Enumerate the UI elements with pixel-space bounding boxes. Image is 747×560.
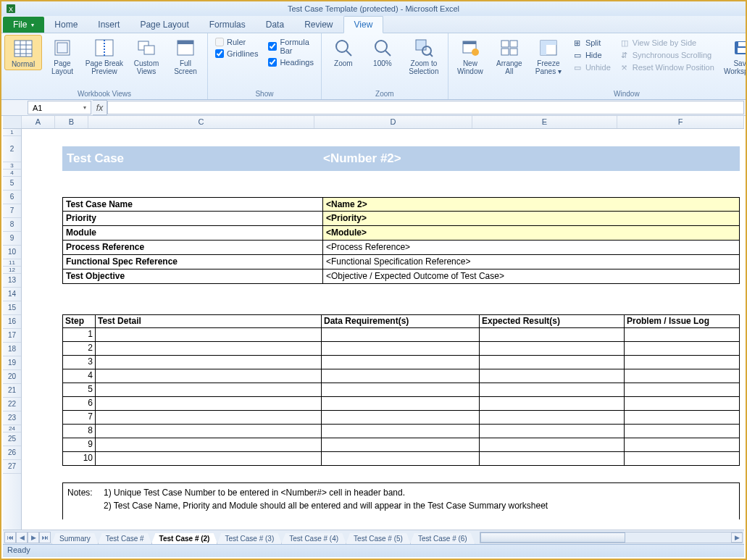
row-header[interactable]: 15 (3, 301, 21, 315)
row-header[interactable]: 22 (3, 398, 21, 411)
page-layout-button[interactable]: Page Layout (43, 35, 81, 77)
formula-bar-checkbox[interactable]: Formula Bar (268, 38, 313, 55)
tab-home[interactable]: Home (44, 17, 88, 33)
step-expected-cell[interactable] (480, 383, 625, 397)
tab-formulas[interactable]: Formulas (199, 17, 256, 33)
arrange-all-button[interactable]: Arrange All (491, 35, 528, 77)
step-detail-cell[interactable] (96, 438, 322, 452)
step-expected-cell[interactable] (480, 342, 625, 356)
step-data-cell[interactable] (322, 369, 480, 383)
split-button[interactable]: ⊞Split (570, 37, 613, 49)
scroll-right-button[interactable]: ▶ (731, 532, 743, 543)
step-problem-cell[interactable] (625, 383, 740, 397)
step-num[interactable]: 2 (62, 342, 96, 356)
new-window-button[interactable]: New Window (451, 35, 489, 77)
step-data-cell[interactable] (322, 411, 480, 425)
row-header[interactable]: 1 (3, 129, 21, 136)
info-value[interactable]: <Priority> (323, 212, 740, 226)
row-header[interactable]: 18 (3, 343, 21, 356)
row-header[interactable]: 7 (3, 204, 21, 218)
col-header[interactable]: F (617, 116, 744, 128)
row-header[interactable]: 9 (3, 232, 21, 246)
row-header[interactable]: 24 (3, 425, 21, 432)
col-header[interactable]: C (88, 116, 314, 128)
hide-button[interactable]: ▭Hide (570, 49, 613, 61)
sheet-tab[interactable]: Summary (51, 533, 99, 545)
step-num[interactable]: 1 (62, 328, 96, 342)
zoom-button[interactable]: Zoom (325, 35, 362, 69)
row-header[interactable]: 26 (3, 446, 21, 460)
headings-checkbox[interactable]: Headings (268, 58, 313, 67)
custom-views-button[interactable]: Custom Views (128, 35, 165, 77)
row-header[interactable]: 12 (3, 267, 21, 274)
step-num[interactable]: 6 (62, 397, 96, 411)
formula-input[interactable] (107, 101, 744, 114)
tab-insert[interactable]: Insert (88, 17, 130, 33)
name-box[interactable]: A1▾ (28, 101, 91, 114)
step-problem-cell[interactable] (625, 452, 740, 466)
row-header[interactable]: 21 (3, 384, 21, 398)
step-detail-cell[interactable] (96, 342, 322, 356)
info-value[interactable]: <Name 2> (323, 197, 740, 212)
step-data-cell[interactable] (322, 438, 480, 452)
step-problem-cell[interactable] (625, 397, 740, 411)
step-detail-cell[interactable] (96, 356, 322, 369)
row-header[interactable]: 17 (3, 329, 21, 343)
info-value[interactable]: <Objective / Expected Outcome of Test Ca… (323, 269, 740, 284)
tab-nav-first[interactable]: ⏮ (4, 532, 16, 543)
step-problem-cell[interactable] (625, 411, 740, 425)
tab-view[interactable]: View (343, 16, 384, 33)
row-header[interactable]: 5 (3, 177, 21, 191)
tab-nav-last[interactable]: ⏭ (39, 532, 51, 543)
step-num[interactable]: 4 (62, 369, 96, 383)
full-screen-button[interactable]: Full Screen (167, 35, 204, 77)
step-num[interactable]: 8 (62, 425, 96, 438)
tab-review[interactable]: Review (294, 17, 343, 33)
col-header[interactable]: E (472, 116, 617, 128)
step-data-cell[interactable] (322, 356, 480, 369)
sheet-tab[interactable]: Test Case # (98, 533, 152, 545)
step-num[interactable]: 5 (62, 383, 96, 397)
tab-nav-next[interactable]: ▶ (28, 532, 39, 543)
step-detail-cell[interactable] (96, 425, 322, 438)
step-data-cell[interactable] (322, 383, 480, 397)
tab-file[interactable]: File▾ (3, 17, 44, 33)
zoom-to-selection-button[interactable]: Zoom to Selection (403, 35, 445, 77)
step-problem-cell[interactable] (625, 369, 740, 383)
step-detail-cell[interactable] (96, 411, 322, 425)
ruler-checkbox[interactable]: Ruler (215, 38, 258, 46)
step-expected-cell[interactable] (480, 411, 625, 425)
row-header[interactable]: 14 (3, 288, 21, 301)
step-data-cell[interactable] (322, 328, 480, 342)
info-value[interactable]: <Module> (323, 226, 740, 241)
scroll-thumb[interactable] (480, 532, 625, 543)
step-problem-cell[interactable] (625, 438, 740, 452)
step-num[interactable]: 9 (62, 438, 96, 452)
gridlines-checkbox[interactable]: Gridlines (215, 49, 258, 58)
zoom-100-button[interactable]: 100% (364, 35, 401, 69)
step-detail-cell[interactable] (96, 328, 322, 342)
step-expected-cell[interactable] (480, 369, 625, 383)
step-detail-cell[interactable] (96, 452, 322, 466)
info-value[interactable]: <Functional Specification Reference> (323, 255, 740, 269)
row-header[interactable]: 10 (3, 246, 21, 259)
step-detail-cell[interactable] (96, 397, 322, 411)
row-header[interactable]: 3 (3, 162, 21, 170)
normal-view-button[interactable]: Normal (4, 35, 42, 70)
step-expected-cell[interactable] (480, 328, 625, 342)
info-value[interactable]: <Process Reference> (323, 241, 740, 255)
row-header[interactable]: 20 (3, 370, 21, 384)
page-break-preview-button[interactable]: Page Break Preview (83, 35, 126, 77)
tab-nav-prev[interactable]: ◀ (16, 532, 28, 543)
freeze-panes-button[interactable]: Freeze Panes ▾ (530, 35, 567, 77)
row-header[interactable]: 13 (3, 274, 21, 288)
step-expected-cell[interactable] (480, 452, 625, 466)
step-data-cell[interactable] (322, 452, 480, 466)
col-header[interactable]: B (55, 116, 88, 128)
step-data-cell[interactable] (322, 425, 480, 438)
step-expected-cell[interactable] (480, 438, 625, 452)
row-header[interactable]: 11 (3, 259, 21, 267)
sheet-tab[interactable]: Test Case # (4) (281, 533, 346, 545)
step-detail-cell[interactable] (96, 369, 322, 383)
horizontal-scrollbar[interactable]: ◀ ▶ (480, 532, 743, 543)
